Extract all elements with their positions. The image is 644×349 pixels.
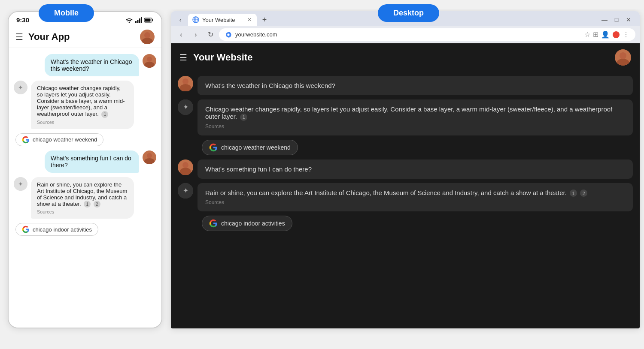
mobile-user-avatar-1 bbox=[143, 54, 156, 68]
desktop-chat: What's the weather in Chicago this weeke… bbox=[171, 72, 640, 235]
chrome-favicon-address bbox=[225, 31, 232, 38]
footnote-1: 1 bbox=[101, 111, 108, 118]
desktop-ai-avatar-2: ✦ bbox=[178, 183, 193, 199]
address-bar-icons: ☆ ⊞ 👤 ⋮ bbox=[584, 30, 629, 39]
tab-favicon bbox=[192, 16, 199, 23]
address-bar[interactable]: yourwebsite.com ☆ ⊞ 👤 ⋮ bbox=[219, 28, 635, 41]
main-content: 9:30 bbox=[0, 9, 644, 349]
desktop-ai-msg-1: ✦ Chicago weather changes rapidly, so la… bbox=[178, 99, 633, 135]
bookmark-icon[interactable]: ☆ bbox=[584, 30, 590, 39]
svg-point-11 bbox=[144, 62, 155, 68]
browser-navbar: ‹ › ↻ yourwebsite.com ☆ ⊞ 👤 bbox=[171, 26, 640, 43]
refresh-button[interactable]: ↻ bbox=[204, 29, 216, 41]
phone-chat: What's the weather in Chicago this weeke… bbox=[9, 48, 161, 328]
maximize-button[interactable]: □ bbox=[612, 15, 621, 24]
mobile-search-pill-1[interactable]: chicago weather weekend bbox=[15, 133, 103, 146]
svg-point-25 bbox=[620, 52, 626, 59]
svg-rect-3 bbox=[139, 18, 140, 23]
browser-tab-title: Your Website bbox=[202, 17, 235, 23]
desktop-user-bubble-1: What's the weather in Chicago this weeke… bbox=[197, 76, 633, 95]
footnote-2b: 2 bbox=[94, 201, 100, 208]
phone-time: 9:30 bbox=[16, 16, 29, 24]
desktop-search-pill-1[interactable]: chicago weather weekend bbox=[202, 140, 298, 155]
svg-point-32 bbox=[180, 168, 191, 175]
phone-nav-bar: ☰ Your App bbox=[9, 26, 161, 48]
mobile-sources-1: Sources bbox=[37, 120, 128, 125]
mobile-ai-bubble-1: Chicago weather changes rapidly, so laye… bbox=[31, 81, 134, 129]
svg-point-8 bbox=[144, 32, 150, 38]
desktop-sources-2: Sources bbox=[205, 199, 625, 205]
mobile-ai-bubble-2: Rain or shine, you can explore the Art I… bbox=[31, 177, 134, 219]
hamburger-icon[interactable]: ☰ bbox=[15, 32, 23, 42]
minimize-button[interactable]: — bbox=[600, 15, 609, 24]
svg-point-24 bbox=[613, 31, 620, 38]
svg-rect-2 bbox=[137, 20, 139, 23]
svg-text:✦: ✦ bbox=[183, 187, 188, 194]
phone-status-icons bbox=[125, 17, 154, 23]
desktop-footnote-1: 1 bbox=[240, 114, 247, 121]
svg-point-23 bbox=[227, 33, 229, 36]
svg-text:✦: ✦ bbox=[18, 84, 23, 91]
desktop-google-g-icon-1 bbox=[209, 143, 218, 152]
website-user-avatar[interactable] bbox=[615, 49, 631, 66]
desktop-search-query-2: chicago indoor activities bbox=[221, 220, 285, 227]
mobile-user-avatar-2 bbox=[143, 150, 156, 164]
svg-text:✦: ✦ bbox=[183, 103, 188, 111]
website-hamburger-icon[interactable]: ☰ bbox=[179, 52, 187, 63]
tab-close-button[interactable]: ✕ bbox=[247, 17, 252, 23]
mobile-user-msg-2: What's something fun I can do there? bbox=[14, 150, 156, 173]
browser-back-tabs-btn[interactable]: ‹ bbox=[174, 14, 186, 26]
google-g-icon-2 bbox=[22, 226, 30, 233]
mobile-button[interactable]: Mobile bbox=[39, 4, 94, 22]
chrome-menu-icon[interactable] bbox=[612, 31, 620, 39]
desktop-footnote-2a: 1 bbox=[570, 190, 577, 197]
desktop-ai-bubble-1: Chicago weather changes rapidly, so laye… bbox=[197, 99, 633, 135]
svg-point-28 bbox=[180, 84, 191, 91]
desktop-user-avatar-1 bbox=[178, 76, 193, 91]
desktop-user-msg-1: What's the weather in Chicago this weeke… bbox=[178, 76, 633, 95]
website-title: Your Website bbox=[193, 52, 253, 63]
forward-button[interactable]: › bbox=[190, 29, 202, 41]
svg-rect-6 bbox=[145, 18, 151, 21]
svg-rect-7 bbox=[152, 19, 154, 21]
top-bar: Mobile Desktop bbox=[0, 0, 644, 9]
mobile-search-query-1: chicago weather weekend bbox=[33, 136, 97, 143]
svg-text:✦: ✦ bbox=[18, 181, 23, 187]
website-header: ☰ Your Website bbox=[171, 43, 640, 72]
desktop-user-msg-2: What's something fun I can do there? bbox=[178, 159, 633, 179]
desktop-search-pill-2[interactable]: chicago indoor activities bbox=[202, 216, 292, 231]
new-tab-button[interactable]: + bbox=[258, 14, 270, 26]
mobile-sources-2: Sources bbox=[37, 209, 128, 214]
desktop-button[interactable]: Desktop bbox=[378, 4, 439, 22]
desktop-google-g-icon-2 bbox=[209, 219, 218, 228]
more-menu-icon[interactable]: ⋮ bbox=[623, 30, 629, 39]
account-icon[interactable]: 👤 bbox=[601, 30, 610, 39]
signal-icon bbox=[135, 17, 142, 23]
svg-point-27 bbox=[182, 78, 188, 84]
extension-icon[interactable]: ⊞ bbox=[593, 30, 598, 39]
phone-user-avatar[interactable] bbox=[140, 30, 155, 44]
browser-tab[interactable]: Your Website ✕ bbox=[188, 14, 257, 26]
mobile-mockup: 9:30 bbox=[8, 11, 162, 328]
phone-app-title: Your App bbox=[28, 31, 135, 42]
mobile-search-query-2: chicago indoor activities bbox=[33, 226, 92, 233]
svg-point-31 bbox=[182, 162, 188, 168]
desktop-user-avatar-2 bbox=[178, 159, 193, 175]
mobile-user-bubble-1: What's the weather in Chicago this weeke… bbox=[45, 54, 139, 76]
mobile-ai-avatar-1: ✦ bbox=[14, 81, 27, 94]
svg-rect-4 bbox=[141, 17, 143, 23]
desktop-search-query-1: chicago weather weekend bbox=[221, 144, 291, 151]
mobile-user-bubble-2: What's something fun I can do there? bbox=[45, 150, 139, 173]
mobile-search-pill-2[interactable]: chicago indoor activities bbox=[15, 223, 98, 236]
svg-point-26 bbox=[617, 59, 629, 66]
wifi-icon bbox=[125, 17, 133, 23]
desktop-user-bubble-2: What's something fun I can do there? bbox=[197, 159, 633, 179]
address-bar-url: yourwebsite.com bbox=[235, 31, 277, 38]
window-controls: — □ ✕ bbox=[600, 15, 636, 24]
back-button[interactable]: ‹ bbox=[175, 29, 187, 41]
browser-content: ☰ Your Website What's the weather in Chi… bbox=[171, 43, 640, 328]
desktop-ai-msg-2: ✦ Rain or shine, you can explore the Art… bbox=[178, 183, 633, 212]
desktop-footnote-2b: 2 bbox=[580, 190, 587, 197]
svg-rect-1 bbox=[135, 21, 137, 23]
close-button[interactable]: ✕ bbox=[624, 15, 633, 24]
